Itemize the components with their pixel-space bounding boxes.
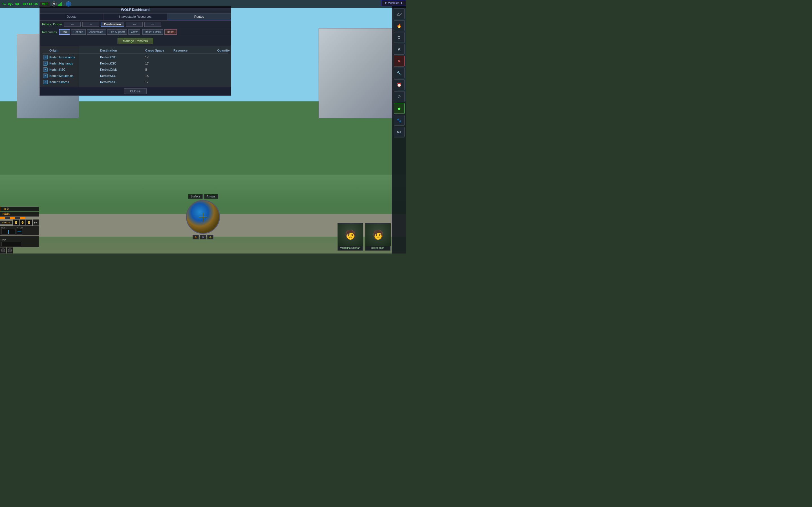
- fast-forward-icon[interactable]: ▶▶: [33, 219, 39, 226]
- download-icon: ↓: [63, 2, 65, 6]
- origin-4: Kerbin:Shores: [49, 80, 100, 83]
- red-x-button[interactable]: ✕: [394, 56, 405, 66]
- wrench-button[interactable]: 🔧: [394, 68, 405, 78]
- reset-button[interactable]: Reset: [164, 29, 177, 35]
- hazard-icon: ▨: [4, 208, 6, 210]
- tab-depots[interactable]: Depots: [40, 13, 103, 20]
- table-row: + Kerbin:Mountains Kerbin:KSC 15: [43, 73, 228, 79]
- origin-dropdown[interactable]: ---: [64, 22, 81, 27]
- destination-2: Kerbin:Orbit: [100, 68, 145, 71]
- stage-digit-0: 0: [13, 219, 19, 226]
- globe-icon: [66, 1, 71, 6]
- origin-2: Kerbin:KSC: [49, 68, 100, 71]
- bottom-left-hud: ▨ 0 0m/s STAGE 0 0 0 ▶▶ ROLL: [0, 207, 39, 253]
- origin-3: Kerbin:Mountains: [49, 74, 100, 77]
- col-expand: [43, 49, 49, 52]
- cargo-3: 15: [145, 74, 173, 77]
- col-quantity-header: Quantity: [207, 49, 230, 52]
- crew-button[interactable]: Crew: [128, 29, 140, 35]
- valentina-name: Valentina Kerman: [338, 246, 363, 249]
- reset-filters-button[interactable]: Reset Filters: [142, 29, 163, 35]
- expand-row-0-button[interactable]: +: [43, 55, 48, 59]
- col-origin-header: Origin: [49, 49, 100, 52]
- destination-filter-2[interactable]: ---: [144, 22, 161, 27]
- valentina-face: 🧑: [338, 223, 363, 246]
- destination-4: Kerbin:KSC: [100, 80, 145, 83]
- manage-transfers-button[interactable]: Manage Transfers: [117, 38, 153, 44]
- crew-portraits: 🧑 Valentina Kerman 🧑 Bill Kerman: [338, 223, 391, 251]
- table-row: + Kerbin:Shores Kerbin:KSC 17: [43, 79, 228, 85]
- close-button[interactable]: CLOSE: [124, 89, 146, 94]
- delta-v-button[interactable]: △v: [394, 8, 405, 19]
- crew-portrait-bill: 🧑 Bill Kerman: [365, 223, 391, 251]
- met-label: MET: [40, 2, 50, 6]
- font-button[interactable]: A: [394, 44, 405, 55]
- stage-value: 0: [7, 207, 9, 210]
- resource-bar: Resources Raw Refined Assembled Life Sup…: [40, 28, 231, 36]
- flame-button[interactable]: 🔥: [394, 20, 405, 31]
- roll-label: ROLL: [1, 227, 15, 229]
- stage-label: STAGE: [0, 221, 12, 224]
- surface-mode-label: Surface: [188, 194, 203, 199]
- paw-button[interactable]: 🐾: [394, 115, 405, 126]
- wolf-title: WOLF Dashboard: [121, 8, 149, 12]
- stage-digit-2: 0: [26, 219, 32, 226]
- stage-digit-1: 0: [19, 219, 26, 226]
- clock-button[interactable]: ⏰: [394, 79, 405, 90]
- gem-button[interactable]: ◆: [394, 103, 405, 114]
- table-row: + Kerbin:Grasslands Kerbin:KSC 17: [43, 54, 228, 60]
- pitch-indicator: [17, 229, 22, 235]
- right-sidebar: △v 🔥 ⚙ A ✕ 🔧 ⏰ ⊙ ◆ 🐾 MJ: [392, 0, 406, 253]
- navball-area: Surface Arrows ⊗ ⊕ ◎: [186, 193, 220, 239]
- tools-button[interactable]: ⚙: [394, 32, 405, 43]
- cargo-1: 17: [145, 62, 173, 65]
- yaw-label: YAW: [1, 239, 6, 241]
- filter-bar: Filters Origin --- --- Destination --- -…: [40, 20, 231, 28]
- mission-time: T+ 0y, 0d, 01:13:34: [0, 2, 40, 6]
- expand-row-4-button[interactable]: +: [43, 80, 48, 84]
- retro-icon[interactable]: ⊗: [193, 235, 199, 239]
- top-hud: T+ 0y, 0d, 01:13:34 MET 📡 ↓ ▼ MechJeb ▼: [0, 0, 406, 8]
- expand-row-3-button[interactable]: +: [43, 73, 48, 78]
- mj-button[interactable]: MJ: [394, 127, 405, 137]
- table-header: Origin Destination Cargo Space Resource …: [43, 48, 228, 54]
- destination-1: Kerbin:KSC: [100, 62, 145, 65]
- tab-harvestable-resources[interactable]: Harvestable Resources: [103, 13, 167, 20]
- table-row: + Kerbin:Highlands Kerbin:KSC 17: [43, 60, 228, 66]
- navball: [186, 200, 220, 234]
- rcs-button[interactable]: [7, 247, 13, 253]
- origin-filter-2[interactable]: ---: [82, 22, 99, 27]
- life-support-button[interactable]: Life Support: [107, 29, 128, 35]
- raw-button[interactable]: Raw: [59, 29, 70, 35]
- wolf-dashboard-window: WOLF Dashboard Depots Harvestable Resour…: [40, 6, 231, 96]
- background-building-right: [319, 28, 398, 118]
- radial-icon[interactable]: ◎: [207, 235, 213, 239]
- hud-icons: 📡 ↓: [52, 1, 71, 6]
- origin-label: Origin: [53, 22, 62, 26]
- bill-name: Bill Kerman: [365, 246, 390, 249]
- destination-dropdown[interactable]: ---: [126, 22, 143, 27]
- antenna-icon: 📡: [52, 1, 57, 6]
- yaw-indicator: [1, 242, 21, 246]
- prograde-icon[interactable]: ⊕: [200, 235, 206, 239]
- pitch-label: PITCH: [17, 227, 22, 229]
- tab-routes[interactable]: Routes: [167, 13, 231, 20]
- col-cargo-header: Cargo Space: [145, 49, 173, 52]
- assembled-button[interactable]: Assembled: [87, 29, 106, 35]
- bill-face: 🧑: [365, 223, 391, 246]
- destination-3: Kerbin:KSC: [100, 74, 145, 77]
- cargo-4: 17: [145, 80, 173, 83]
- cargo-2: 8: [145, 68, 173, 71]
- target-button[interactable]: ⊙: [394, 91, 405, 102]
- route-table: Origin Destination Cargo Space Resource …: [40, 46, 231, 87]
- origin-0: Kerbin:Grasslands: [49, 55, 100, 59]
- refined-button[interactable]: Refined: [71, 29, 86, 35]
- expand-row-2-button[interactable]: +: [43, 67, 48, 72]
- mechjeb-button[interactable]: ▼ MechJeb ▼: [381, 0, 406, 6]
- sas-button[interactable]: [0, 247, 6, 253]
- cargo-0: 17: [145, 55, 173, 59]
- table-row: + Kerbin:KSC Kerbin:Orbit 8: [43, 66, 228, 73]
- destination-label: Destination: [101, 22, 124, 27]
- expand-row-1-button[interactable]: +: [43, 61, 48, 66]
- wolf-tabs: Depots Harvestable Resources Routes: [40, 13, 231, 20]
